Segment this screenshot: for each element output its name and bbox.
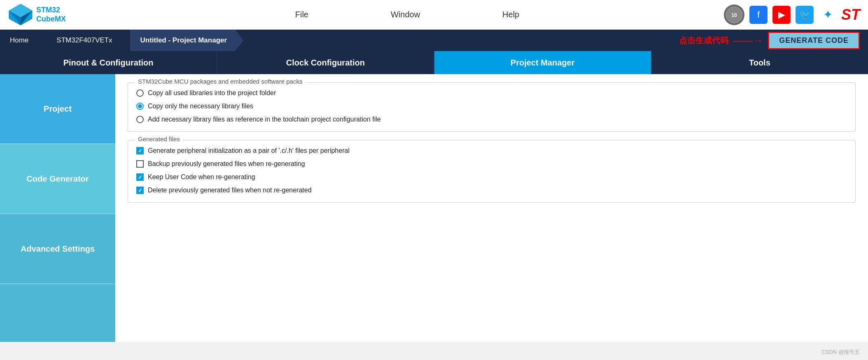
logo-icon xyxy=(8,3,33,26)
checkbox-keep-user-code[interactable]: Keep User Code when re-generating xyxy=(136,173,847,181)
radio-circle-copy-necessary xyxy=(136,103,144,110)
sidebar-item-project[interactable]: Project xyxy=(0,74,115,144)
annotation-text: 点击生成代码 xyxy=(679,35,728,46)
breadcrumb-home[interactable]: Home xyxy=(0,30,37,51)
checkbox-keep-user-code-box xyxy=(136,173,144,181)
radio-copy-necessary[interactable]: Copy only the necessary library files xyxy=(136,103,847,110)
radio-copy-all[interactable]: Copy all used libraries into the project… xyxy=(136,89,847,97)
top-bar: STM32 CubeMX File Window Help 10 f ▶ 🐦 ✦… xyxy=(0,0,868,30)
radio-circle-copy-all xyxy=(136,89,144,97)
checkbox-delete-previous[interactable]: Delete previously generated files when n… xyxy=(136,187,847,194)
svg-text:10: 10 xyxy=(731,12,737,18)
top-icons: 10 f ▶ 🐦 ✦ ST xyxy=(724,5,860,25)
breadcrumb-arrow-2 xyxy=(120,30,128,51)
breadcrumb-arrow-1 xyxy=(37,30,45,51)
checkbox-delete-previous-box xyxy=(136,187,144,194)
st-logo-icon: ST xyxy=(842,6,860,24)
mcu-section-legend: STM32Cube MCU packages and embedded soft… xyxy=(135,78,306,85)
generated-files-section: Generated files Generate peripheral init… xyxy=(128,140,856,203)
generated-files-legend: Generated files xyxy=(135,136,183,143)
checkbox-backup-box xyxy=(136,160,144,168)
sidebar: Project Code Generator Advanced Settings xyxy=(0,74,115,342)
logo-line1: STM32 xyxy=(36,6,66,15)
tab-tools[interactable]: Tools xyxy=(651,51,868,74)
generate-code-area: 点击生成代码 ——→ GENERATE CODE xyxy=(679,32,860,49)
tab-clock[interactable]: Clock Configuration xyxy=(217,51,434,74)
radio-add-reference[interactable]: Add necessary library files as reference… xyxy=(136,116,847,123)
tab-project-manager[interactable]: Project Manager xyxy=(434,51,651,74)
sidebar-item-advanced-settings[interactable]: Advanced Settings xyxy=(0,214,115,284)
sidebar-item-code-generator[interactable]: Code Generator xyxy=(0,144,115,214)
logo-area: STM32 CubeMX xyxy=(8,3,66,26)
logo-line2: CubeMX xyxy=(36,15,66,24)
menu-window[interactable]: Window xyxy=(391,10,420,19)
checkbox-backup[interactable]: Backup previously generated files when r… xyxy=(136,160,847,168)
checkbox-peripheral-init-box xyxy=(136,147,144,154)
watermark: CSDN @报号五 xyxy=(821,348,860,356)
generate-code-button[interactable]: GENERATE CODE xyxy=(768,32,860,49)
menu-help[interactable]: Help xyxy=(502,10,519,19)
mcu-section: STM32Cube MCU packages and embedded soft… xyxy=(128,82,856,132)
anniversary-badge-icon: 10 xyxy=(724,5,744,25)
facebook-icon[interactable]: f xyxy=(749,6,768,24)
annotation-arrow: ——→ xyxy=(733,35,763,46)
tab-bar: Pinout & Configuration Clock Configurati… xyxy=(0,51,868,74)
menu-file[interactable]: File xyxy=(295,10,308,19)
right-panel: STM32Cube MCU packages and embedded soft… xyxy=(115,74,868,342)
top-menu: File Window Help xyxy=(91,10,724,19)
breadcrumb-bar: Home STM32F407VETx Untitled - Project Ma… xyxy=(0,30,868,51)
network-icon[interactable]: ✦ xyxy=(819,6,837,24)
twitter-icon[interactable]: 🐦 xyxy=(796,6,814,24)
youtube-icon[interactable]: ▶ xyxy=(772,6,791,24)
breadcrumb-project[interactable]: Untitled - Project Manager xyxy=(130,30,235,51)
breadcrumb-device[interactable]: STM32F407VETx xyxy=(47,30,120,51)
breadcrumb-arrow-3 xyxy=(235,30,243,51)
main-content: Project Code Generator Advanced Settings… xyxy=(0,74,868,342)
radio-circle-add-reference xyxy=(136,116,144,123)
checkbox-peripheral-init[interactable]: Generate peripheral initialization as a … xyxy=(136,147,847,154)
tab-pinout[interactable]: Pinout & Configuration xyxy=(0,51,217,74)
